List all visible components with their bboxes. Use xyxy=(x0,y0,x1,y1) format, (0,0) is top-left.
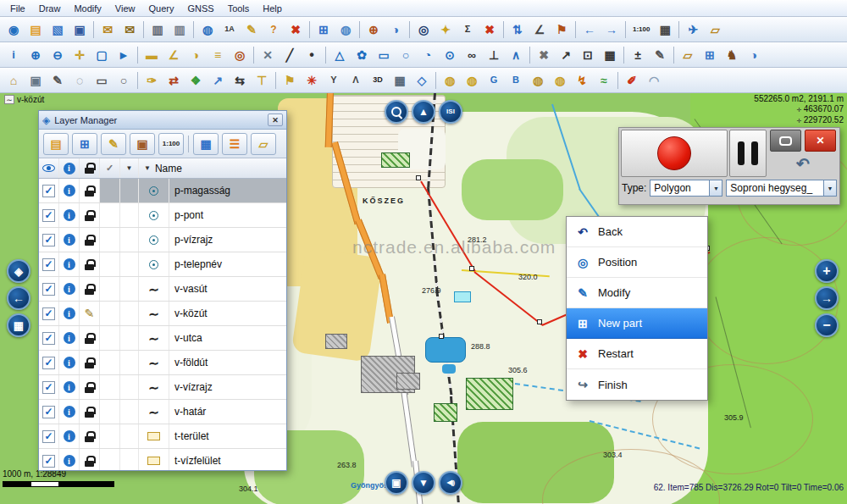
branch-up-button[interactable]: Λ xyxy=(346,70,366,91)
pause-button[interactable] xyxy=(729,130,767,177)
pan-left-button[interactable]: ← xyxy=(7,286,30,310)
menu-draw[interactable]: Draw xyxy=(32,2,68,15)
info-cell[interactable]: i xyxy=(59,277,80,301)
world-layers-button[interactable]: ◍ xyxy=(335,19,356,40)
map-search-button[interactable] xyxy=(385,100,408,124)
visibility-cell[interactable]: ✓ xyxy=(39,179,59,202)
select-tool-button[interactable]: ► xyxy=(113,45,134,65)
layer-checkbox[interactable]: ✓ xyxy=(42,185,55,197)
lock-cell[interactable] xyxy=(80,424,100,448)
donut-tool-button[interactable]: ⊙ xyxy=(440,45,460,65)
layer-row-p-telepnév[interactable]: ✓ip-telepnév xyxy=(39,252,286,277)
iso-grid-button[interactable]: ▦ xyxy=(390,70,410,91)
info-cell[interactable]: i xyxy=(59,252,80,276)
info-cell[interactable]: i xyxy=(59,179,80,202)
statistics-button[interactable]: Σ xyxy=(457,19,478,40)
select-frame-button[interactable]: ▣ xyxy=(25,70,46,91)
layer-row-p-magasság[interactable]: ✓ip-magasság xyxy=(39,179,286,203)
info-cell[interactable]: i xyxy=(59,400,80,424)
direction-tool-button[interactable]: ↗ xyxy=(556,45,576,65)
lock-cell[interactable]: ✎ xyxy=(80,302,100,325)
menu-query[interactable]: Query xyxy=(141,2,180,15)
visibility-cell[interactable]: ✓ xyxy=(39,302,59,325)
lock-cell[interactable] xyxy=(80,179,100,202)
flag-marker-button[interactable]: ⚑ xyxy=(551,19,572,40)
edit-style-button[interactable]: ✎ xyxy=(101,133,126,155)
open-project-button[interactable]: ▤ xyxy=(25,19,46,40)
context-menu-item-new-part[interactable]: ⊞New part xyxy=(567,308,707,339)
info-tool-button[interactable]: i xyxy=(3,45,24,65)
zoom-extent-button[interactable]: ▢ xyxy=(91,45,112,65)
undo-button[interactable]: ↶ xyxy=(796,152,810,175)
info-cell[interactable]: i xyxy=(59,326,80,350)
forward-view-button[interactable]: → xyxy=(601,19,622,40)
layer-manager-titlebar[interactable]: ◈ Layer Manager ✕ xyxy=(39,111,286,130)
context-menu-item-modify[interactable]: ✎Modify xyxy=(567,278,707,308)
context-menu-item-restart[interactable]: ✖Restart xyxy=(567,339,707,369)
check-column-header[interactable]: ✓ xyxy=(100,158,120,178)
trend-chart-button[interactable]: ↗ xyxy=(208,70,228,91)
binoculars-button[interactable]: ◎ xyxy=(413,19,434,40)
lock-cell[interactable] xyxy=(80,228,100,252)
help-button[interactable]: ? xyxy=(263,19,284,40)
disc-add-button[interactable]: ◍ xyxy=(462,70,482,91)
lock-cell[interactable] xyxy=(80,400,100,424)
context-menu-item-finish[interactable]: ↪Finish xyxy=(567,369,707,400)
layer-row-t-vízfelület[interactable]: ✓it-vízfelület xyxy=(39,449,286,471)
attribute-table-button[interactable]: ▦ xyxy=(193,133,219,155)
snap-point-button[interactable]: ⊕ xyxy=(363,19,384,40)
pan-tool-button[interactable]: ✛ xyxy=(69,45,90,65)
visibility-cell[interactable]: ✓ xyxy=(39,277,59,301)
pan-right-button[interactable]: → xyxy=(815,286,839,310)
scale-1-100-button[interactable]: 1:100 xyxy=(158,133,184,155)
lock-cell[interactable] xyxy=(80,252,100,276)
layer-checkbox[interactable]: ✓ xyxy=(42,307,55,320)
lightning-button[interactable]: ↯ xyxy=(572,70,592,91)
erase-tool-button[interactable]: ✖ xyxy=(534,45,554,65)
add-feature-button[interactable]: ⊞ xyxy=(313,19,334,40)
circle-select-button[interactable]: ○ xyxy=(113,70,134,91)
visibility-cell[interactable]: ✓ xyxy=(39,326,59,350)
layer-row-v-közút[interactable]: ✓i✎∼v-közút xyxy=(39,302,286,326)
zoom-out-tool-button[interactable]: ⊖ xyxy=(47,45,68,65)
lock-cell[interactable] xyxy=(80,449,100,471)
delete-selection-button[interactable]: ✖ xyxy=(479,19,500,40)
vertex-edit-button[interactable]: ✎ xyxy=(650,45,670,65)
layer-row-v-földút[interactable]: ✓i∼v-földút xyxy=(39,351,286,375)
info-cell[interactable]: i xyxy=(59,375,80,399)
layer-checkbox[interactable]: ✓ xyxy=(42,258,55,271)
layer-row-v-vasút[interactable]: ✓i∼v-vasút xyxy=(39,277,286,302)
visibility-column-header[interactable] xyxy=(39,158,59,178)
freeform-tool-button[interactable]: ✿ xyxy=(352,45,372,65)
layer-select[interactable]: Soproni hegyseg_▼ xyxy=(726,180,837,197)
point-tool-button[interactable]: • xyxy=(302,45,322,65)
vertex-marker[interactable] xyxy=(439,334,444,339)
zoom-in-tool-button[interactable]: ⊕ xyxy=(25,45,46,65)
menu-help[interactable]: Help xyxy=(256,2,289,15)
kite-shape-button[interactable]: ◇ xyxy=(412,70,432,91)
open-layer-button[interactable]: ▤ xyxy=(43,133,69,155)
tee-square-button[interactable]: ⊤ xyxy=(252,70,272,91)
menu-file[interactable]: File xyxy=(3,2,32,15)
grid-add-button[interactable]: ⊞ xyxy=(700,45,720,65)
ruler-button[interactable]: ▬ xyxy=(141,45,162,65)
sketch-button[interactable]: ✎ xyxy=(241,19,262,40)
swap-vertical-button[interactable]: ⇅ xyxy=(507,19,528,40)
context-menu-item-position[interactable]: ◎Position xyxy=(567,247,707,278)
layer-checkbox[interactable]: ✓ xyxy=(42,209,55,222)
lock-cell[interactable] xyxy=(80,277,100,301)
visibility-cell[interactable]: ✓ xyxy=(39,203,59,227)
menu-modify[interactable]: Modify xyxy=(67,2,108,15)
ruler-angle-button[interactable]: ∠ xyxy=(163,45,184,65)
grid-view-button[interactable]: ▦ xyxy=(7,313,30,337)
layer-row-p-pont[interactable]: ✓ip-pont xyxy=(39,203,286,228)
mail-send-button[interactable]: ✉ xyxy=(97,19,118,40)
visibility-cell[interactable]: ✓ xyxy=(39,252,59,276)
info-cell[interactable]: i xyxy=(59,424,80,448)
bezier-tool-button[interactable]: ✑ xyxy=(141,70,162,91)
isi-button[interactable]: ISI xyxy=(439,100,462,124)
info-cell[interactable]: i xyxy=(59,228,80,252)
info-cell[interactable]: i xyxy=(59,449,80,471)
save-project-button[interactable]: ▣ xyxy=(69,19,90,40)
plane-nav-button[interactable]: ✈ xyxy=(683,19,703,40)
